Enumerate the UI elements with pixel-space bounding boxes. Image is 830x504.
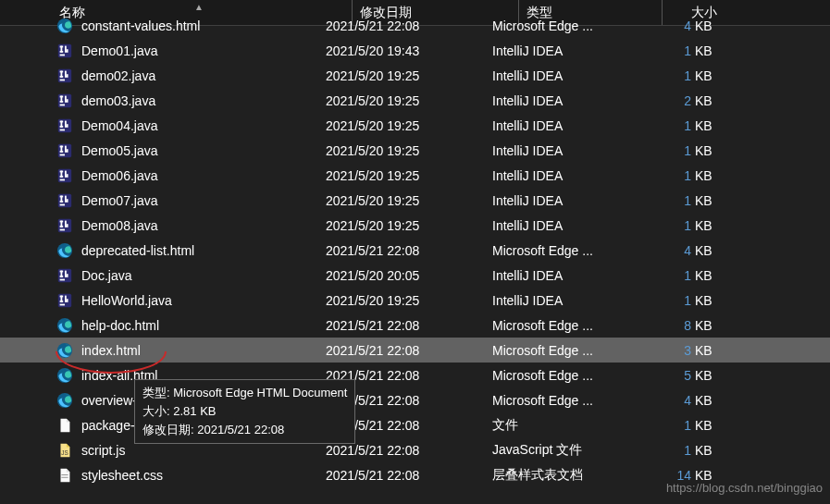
svg-rect-87 bbox=[61, 474, 68, 475]
table-row[interactable]: Demo06.java2021/5/20 19:25IntelliJ IDEA1… bbox=[0, 163, 830, 188]
file-name-cell: demo02.java bbox=[56, 67, 326, 85]
table-row[interactable]: package-list2021/5/21 22:08文件1KB bbox=[0, 412, 830, 437]
svg-rect-45 bbox=[65, 170, 67, 175]
table-row[interactable]: Demo04.java2021/5/20 19:25IntelliJ IDEA1… bbox=[0, 113, 830, 138]
file-date: 2021/5/20 19:25 bbox=[326, 218, 492, 233]
svg-rect-78 bbox=[65, 295, 67, 300]
svg-rect-53 bbox=[65, 195, 67, 200]
file-size: 1 bbox=[636, 443, 691, 458]
svg-rect-48 bbox=[60, 178, 65, 180]
table-row[interactable]: constant-values.html2021/5/21 22:08Micro… bbox=[0, 13, 830, 38]
file-size: 1 bbox=[636, 43, 691, 58]
file-name-cell: Demo05.java bbox=[56, 141, 326, 160]
file-size: 1 bbox=[636, 293, 691, 308]
file-size: 4 bbox=[636, 18, 691, 33]
file-name: Demo08.java bbox=[81, 218, 158, 233]
file-type: Microsoft Edge ... bbox=[492, 343, 636, 358]
file-size-unit: KB bbox=[691, 443, 719, 458]
svg-rect-4 bbox=[60, 51, 64, 53]
svg-rect-7 bbox=[67, 49, 68, 51]
svg-rect-44 bbox=[60, 176, 64, 178]
file-date: 2021/5/20 19:25 bbox=[326, 68, 492, 83]
svg-rect-30 bbox=[65, 126, 68, 128]
file-size-unit: KB bbox=[691, 68, 719, 83]
file-type: IntelliJ IDEA bbox=[492, 43, 636, 58]
file-name: demo02.java bbox=[81, 68, 155, 83]
svg-rect-62 bbox=[65, 226, 68, 227]
file-size: 1 bbox=[636, 168, 691, 183]
file-type: IntelliJ IDEA bbox=[492, 193, 636, 208]
file-name: stylesheet.css bbox=[81, 468, 163, 483]
file-date: 2021/5/21 22:08 bbox=[326, 343, 492, 358]
svg-rect-60 bbox=[60, 226, 64, 227]
table-row[interactable]: Demo01.java2021/5/20 19:43IntelliJ IDEA1… bbox=[0, 38, 830, 63]
table-row[interactable]: HelloWorld.java2021/5/20 19:25IntelliJ I… bbox=[0, 288, 830, 313]
file-type: IntelliJ IDEA bbox=[492, 118, 636, 133]
file-date: 2021/5/20 19:25 bbox=[326, 118, 492, 133]
file-name: Demo01.java bbox=[81, 43, 158, 58]
svg-text:JS: JS bbox=[61, 449, 68, 455]
file-date: 2021/5/20 19:25 bbox=[326, 193, 492, 208]
file-name: Doc.java bbox=[81, 268, 131, 283]
svg-rect-24 bbox=[60, 104, 65, 105]
svg-rect-81 bbox=[60, 303, 65, 305]
file-name: constant-values.html bbox=[81, 18, 200, 33]
svg-rect-21 bbox=[65, 95, 67, 100]
file-name: help-doc.html bbox=[81, 318, 159, 333]
table-row[interactable]: index.html2021/5/21 22:08Microsoft Edge … bbox=[0, 338, 830, 363]
file-tooltip: 类型: Microsoft Edge HTML Document 大小: 2.8… bbox=[134, 379, 355, 444]
svg-rect-15 bbox=[67, 74, 68, 76]
svg-rect-47 bbox=[67, 174, 68, 176]
file-size-unit: KB bbox=[691, 393, 719, 408]
table-row[interactable]: demo02.java2021/5/20 19:25IntelliJ IDEA1… bbox=[0, 63, 830, 88]
file-date: 2021/5/20 19:25 bbox=[326, 293, 492, 308]
svg-rect-14 bbox=[65, 76, 68, 78]
intellij-icon bbox=[56, 67, 74, 85]
table-row[interactable]: Doc.java2021/5/20 20:05IntelliJ IDEA1KB bbox=[0, 263, 830, 288]
file-size: 1 bbox=[636, 118, 691, 133]
table-row[interactable]: JSscript.js2021/5/21 22:08JavaScript 文件1… bbox=[0, 437, 830, 462]
svg-rect-23 bbox=[67, 99, 68, 101]
table-row[interactable]: Demo05.java2021/5/20 19:25IntelliJ IDEA1… bbox=[0, 138, 830, 163]
svg-rect-71 bbox=[65, 276, 68, 277]
file-size: 1 bbox=[636, 418, 691, 433]
table-row[interactable]: overview-tree.html2021/5/21 22:08Microso… bbox=[0, 387, 830, 412]
table-row[interactable]: index-all.html2021/5/21 22:08Microsoft E… bbox=[0, 363, 830, 387]
svg-rect-36 bbox=[60, 151, 64, 153]
file-size: 1 bbox=[636, 268, 691, 283]
file-size: 4 bbox=[636, 243, 691, 258]
svg-rect-56 bbox=[60, 203, 65, 205]
svg-rect-80 bbox=[67, 299, 68, 301]
svg-rect-72 bbox=[67, 274, 68, 276]
table-row[interactable]: Demo08.java2021/5/20 19:25IntelliJ IDEA1… bbox=[0, 213, 830, 238]
file-type: 文件 bbox=[492, 417, 636, 434]
file-type: Microsoft Edge ... bbox=[492, 368, 636, 383]
file-name-cell: constant-values.html bbox=[56, 17, 326, 35]
table-row[interactable]: deprecated-list.html2021/5/21 22:08Micro… bbox=[0, 238, 830, 263]
file-type: IntelliJ IDEA bbox=[492, 293, 636, 308]
file-date: 2021/5/20 20:05 bbox=[326, 268, 492, 283]
file-name-cell: Doc.java bbox=[56, 266, 326, 285]
file-type: IntelliJ IDEA bbox=[492, 93, 636, 108]
js-icon: JS bbox=[56, 441, 74, 460]
file-date: 2021/5/20 19:25 bbox=[326, 93, 492, 108]
table-row[interactable]: help-doc.html2021/5/21 22:08Microsoft Ed… bbox=[0, 313, 830, 338]
svg-rect-54 bbox=[65, 201, 68, 203]
file-date: 2021/5/21 22:08 bbox=[326, 468, 492, 483]
table-row[interactable]: demo03.java2021/5/20 19:25IntelliJ IDEA2… bbox=[0, 88, 830, 113]
file-type: Microsoft Edge ... bbox=[492, 318, 636, 333]
svg-rect-79 bbox=[65, 301, 68, 302]
file-size: 1 bbox=[636, 193, 691, 208]
file-name: Demo06.java bbox=[81, 168, 158, 183]
intellij-icon bbox=[56, 166, 74, 185]
file-type: Microsoft Edge ... bbox=[492, 393, 636, 408]
file-date: 2021/5/20 19:25 bbox=[326, 168, 492, 183]
svg-rect-12 bbox=[60, 76, 64, 78]
svg-rect-73 bbox=[60, 278, 65, 280]
file-icon bbox=[56, 416, 74, 435]
svg-rect-5 bbox=[65, 45, 67, 50]
file-type: Microsoft Edge ... bbox=[492, 18, 636, 33]
edge-icon bbox=[56, 316, 74, 335]
edge-icon bbox=[56, 341, 74, 360]
table-row[interactable]: Demo07.java2021/5/20 19:25IntelliJ IDEA1… bbox=[0, 188, 830, 213]
